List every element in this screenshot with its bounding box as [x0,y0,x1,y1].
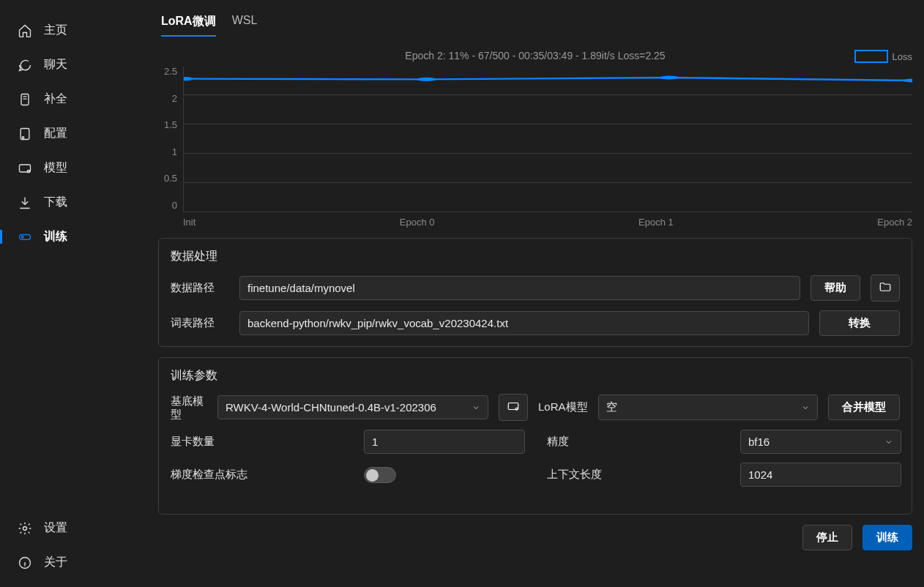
data-path-row: 数据路径 帮助 [171,274,900,302]
download-icon [18,195,32,210]
precision-label: 精度 [547,435,730,449]
y-axis-labels: 2.521.510.50 [158,66,183,211]
model-icon [507,400,520,415]
svg-point-9 [184,77,193,81]
precision-select[interactable]: bf16 [740,430,901,454]
train-button[interactable]: 训练 [862,525,912,550]
sidebar-item-train[interactable]: 训练 [0,220,146,254]
sidebar-item-label: 补全 [44,91,67,107]
data-path-input[interactable] [239,276,800,300]
sidebar-item-label: 配置 [44,126,67,141]
chart-title: Epoch 2: 11% - 67/500 - 00:35/03:49 - 1.… [158,50,912,61]
refresh-models-button[interactable] [499,394,528,421]
svg-point-14 [515,408,518,410]
train-icon [18,230,32,244]
gpu-count-label: 显卡数量 [171,435,354,449]
sidebar-item-label: 关于 [44,555,67,570]
sidebar-item-label: 设置 [44,520,67,536]
x-axis-labels: InitEpoch 0Epoch 1Epoch 2 [183,217,912,228]
sidebar-item-label: 主页 [44,23,67,38]
stop-button[interactable]: 停止 [802,525,852,550]
main-content: LoRA微调 WSL Epoch 2: 11% - 67/500 - 00:35… [146,0,924,587]
ctx-len-label: 上下文长度 [547,468,730,482]
svg-point-7 [23,526,27,530]
vocab-path-input[interactable] [239,311,809,335]
folder-icon [879,280,892,296]
ctx-len-input[interactable] [740,463,901,487]
grad-ckpt-toggle[interactable] [364,467,396,483]
sidebar-item-home[interactable]: 主页 [0,13,146,48]
chat-icon [18,58,32,72]
sidebar-bottom: 设置 关于 [0,511,146,587]
svg-point-4 [27,170,29,172]
data-path-label: 数据路径 [171,281,229,295]
svg-point-11 [660,75,679,79]
chart-body: 2.521.510.50 [158,66,912,212]
model-row: 基底模型 RWKV-4-World-CHNtuned-0.4B-v1-20230… [171,394,900,421]
sidebar-item-about[interactable]: 关于 [0,545,146,580]
lora-model-value: 空 [606,400,617,414]
legend-swatch [854,50,888,63]
chevron-down-icon [801,403,810,412]
chevron-down-icon [884,438,893,446]
vocab-path-label: 词表路径 [171,316,229,330]
ctx-len-cell: 上下文长度 [547,463,901,487]
tab-lora[interactable]: LoRA微调 [161,10,216,37]
help-button[interactable]: 帮助 [811,275,860,301]
sidebar-item-settings[interactable]: 设置 [0,511,146,545]
sidebar-item-label: 训练 [44,229,67,244]
panel-title: 训练参数 [171,368,900,384]
tabs: LoRA微调 WSL [158,10,912,40]
sidebar: 主页 聊天 补全 配置 模型 下载 训练 设置 [0,0,146,587]
base-model-value: RWKV-4-World-CHNtuned-0.4B-v1-202306 [226,401,436,414]
merge-model-button[interactable]: 合并模型 [828,395,900,420]
model-icon [18,161,32,176]
sidebar-item-label: 模型 [44,160,67,176]
loss-chart: Epoch 2: 11% - 67/500 - 00:35/03:49 - 1.… [158,50,912,228]
chart-status-text: Epoch 2: 11% - 67/500 - 00:35/03:49 - 1.… [405,50,665,61]
convert-button[interactable]: 转换 [819,310,900,336]
svg-point-6 [21,236,23,238]
svg-rect-5 [20,234,31,239]
home-icon [18,23,32,38]
gpu-count-cell: 显卡数量 [171,430,525,454]
sidebar-top: 主页 聊天 补全 配置 模型 下载 训练 [0,13,146,511]
lora-model-label: LoRA模型 [538,400,588,414]
training-params-panel[interactable]: 训练参数 基底模型 RWKV-4-World-CHNtuned-0.4B-v1-… [158,357,912,515]
sidebar-item-config[interactable]: 配置 [0,116,146,151]
chevron-down-icon [472,403,480,412]
svg-rect-13 [508,403,518,410]
base-model-label: 基底模型 [171,395,207,421]
footer-actions: 停止 训练 [158,525,912,550]
panel-title: 数据处理 [171,249,900,264]
param-grid: 显卡数量 精度 bf16 梯度检查点标志 上下文长度 [171,430,900,487]
lora-model-select[interactable]: 空 [598,395,818,420]
precision-value: bf16 [748,435,770,448]
settings-icon [18,521,32,536]
precision-cell: 精度 bf16 [547,430,901,454]
plot-area [183,66,912,212]
grad-ckpt-label: 梯度检查点标志 [171,468,354,482]
gpu-count-input[interactable] [364,430,525,454]
tab-wsl[interactable]: WSL [232,10,258,37]
config-icon [18,127,32,141]
base-model-select[interactable]: RWKV-4-World-CHNtuned-0.4B-v1-202306 [217,395,488,419]
svg-rect-0 [21,94,29,105]
sidebar-item-download[interactable]: 下载 [0,185,146,220]
svg-point-10 [417,78,436,81]
complete-icon [18,92,32,107]
legend-label: Loss [893,51,912,62]
sidebar-item-chat[interactable]: 聊天 [0,48,146,82]
svg-rect-3 [20,165,31,172]
data-processing-panel: 数据处理 数据路径 帮助 词表路径 转换 [158,238,912,347]
sidebar-item-label: 聊天 [44,57,67,72]
grad-ckpt-cell: 梯度检查点标志 [171,463,525,487]
svg-point-12 [903,78,912,82]
browse-folder-button[interactable] [871,274,900,302]
sidebar-item-models[interactable]: 模型 [0,151,146,185]
sidebar-item-completion[interactable]: 补全 [0,82,146,116]
sidebar-item-label: 下载 [44,195,67,210]
chart-legend: Loss [854,50,912,63]
vocab-path-row: 词表路径 转换 [171,310,900,336]
info-icon [18,556,32,570]
